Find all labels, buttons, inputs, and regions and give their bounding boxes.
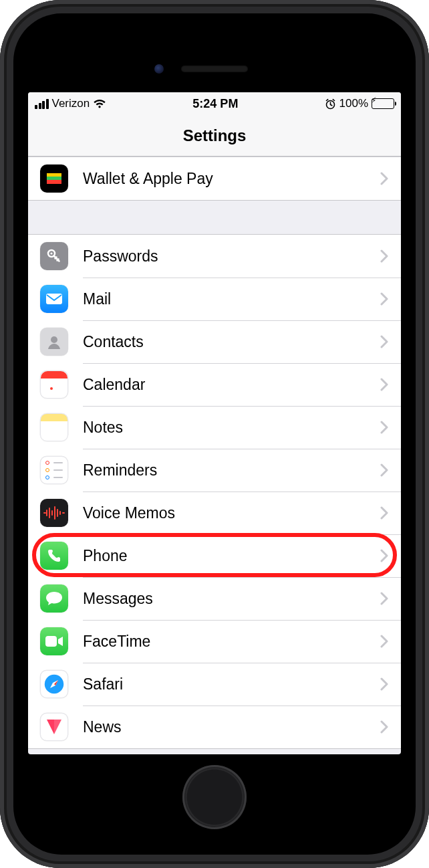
chevron-right-icon xyxy=(380,463,389,477)
chevron-right-icon xyxy=(380,677,389,691)
notes-icon xyxy=(40,413,68,441)
chevron-right-icon xyxy=(380,249,389,263)
alarm-icon xyxy=(325,98,336,110)
svg-rect-2 xyxy=(47,173,61,177)
chevron-right-icon xyxy=(380,592,389,605)
row-label: Mail xyxy=(83,290,380,308)
page-title: Settings xyxy=(183,126,247,145)
battery-icon: ⚡︎ xyxy=(372,98,394,109)
settings-row-calendar[interactable]: Calendar xyxy=(28,363,401,406)
svg-rect-9 xyxy=(45,636,57,647)
home-button[interactable] xyxy=(182,765,247,829)
row-label: Reminders xyxy=(83,461,380,479)
row-label: Passwords xyxy=(83,247,380,265)
svg-rect-7 xyxy=(46,294,62,304)
mail-icon xyxy=(40,285,68,313)
key-icon xyxy=(40,242,68,270)
phone-icon xyxy=(40,542,68,570)
settings-row-notes[interactable]: Notes xyxy=(28,406,401,449)
settings-section: Wallet & Apple Pay xyxy=(28,156,401,201)
svg-point-8 xyxy=(51,336,57,343)
settings-row-reminders[interactable]: Reminders xyxy=(28,449,401,492)
chevron-right-icon xyxy=(380,720,389,734)
settings-row-mail[interactable]: Mail xyxy=(28,278,401,320)
section-gap xyxy=(28,201,401,234)
safari-icon xyxy=(40,670,68,698)
clock-label: 5:24 PM xyxy=(192,97,238,111)
row-label: Notes xyxy=(83,419,380,437)
chevron-right-icon xyxy=(380,506,389,520)
row-label: Phone xyxy=(83,547,380,565)
settings-row-safari[interactable]: Safari xyxy=(28,663,401,706)
battery-percent-label: 100% xyxy=(339,97,368,110)
chevron-right-icon xyxy=(380,335,389,348)
row-label: Calendar xyxy=(83,376,380,394)
settings-row-phone[interactable]: Phone xyxy=(28,534,401,577)
nav-header: Settings xyxy=(28,115,401,156)
reminders-icon xyxy=(40,456,68,484)
svg-rect-3 xyxy=(47,177,61,180)
chevron-right-icon xyxy=(380,172,389,185)
wallet-icon xyxy=(40,165,68,193)
cellular-signal-icon xyxy=(35,99,49,109)
contacts-icon xyxy=(40,328,68,356)
settings-row-passwords[interactable]: Passwords xyxy=(28,235,401,278)
row-label: Contacts xyxy=(83,333,380,351)
settings-section: Passwords Mail Contacts xyxy=(28,234,401,749)
settings-row-contacts[interactable]: Contacts xyxy=(28,320,401,363)
facetime-icon xyxy=(40,627,68,655)
earpiece-speaker xyxy=(181,66,248,72)
wifi-icon xyxy=(93,99,106,109)
row-label: Messages xyxy=(83,590,380,608)
row-label: Wallet & Apple Pay xyxy=(83,170,380,188)
carrier-label: Verizon xyxy=(52,97,90,110)
settings-row-news[interactable]: News xyxy=(28,706,401,748)
settings-row-wallet[interactable]: Wallet & Apple Pay xyxy=(28,157,401,200)
chevron-right-icon xyxy=(380,635,389,648)
news-icon xyxy=(40,713,68,741)
chevron-right-icon xyxy=(380,421,389,434)
settings-row-facetime[interactable]: FaceTime xyxy=(28,620,401,663)
device-frame: Verizon 5:24 PM 100% ⚡︎ xyxy=(0,0,429,868)
chevron-right-icon xyxy=(380,549,389,562)
row-label: FaceTime xyxy=(83,633,380,651)
front-camera xyxy=(154,64,164,74)
messages-icon xyxy=(40,584,68,613)
device-bezel: Verizon 5:24 PM 100% ⚡︎ xyxy=(13,13,416,855)
row-label: News xyxy=(83,718,380,736)
status-bar: Verizon 5:24 PM 100% ⚡︎ xyxy=(28,92,401,115)
settings-row-voice-memos[interactable]: Voice Memos xyxy=(28,492,401,534)
row-label: Safari xyxy=(83,675,380,693)
settings-row-messages[interactable]: Messages xyxy=(28,577,401,620)
svg-point-6 xyxy=(50,252,52,254)
voice-memos-icon xyxy=(40,499,68,527)
chevron-right-icon xyxy=(380,292,389,306)
svg-rect-4 xyxy=(47,180,61,184)
chevron-right-icon xyxy=(380,378,389,391)
calendar-icon xyxy=(40,370,68,399)
screen: Verizon 5:24 PM 100% ⚡︎ xyxy=(28,92,401,754)
row-label: Voice Memos xyxy=(83,504,380,522)
